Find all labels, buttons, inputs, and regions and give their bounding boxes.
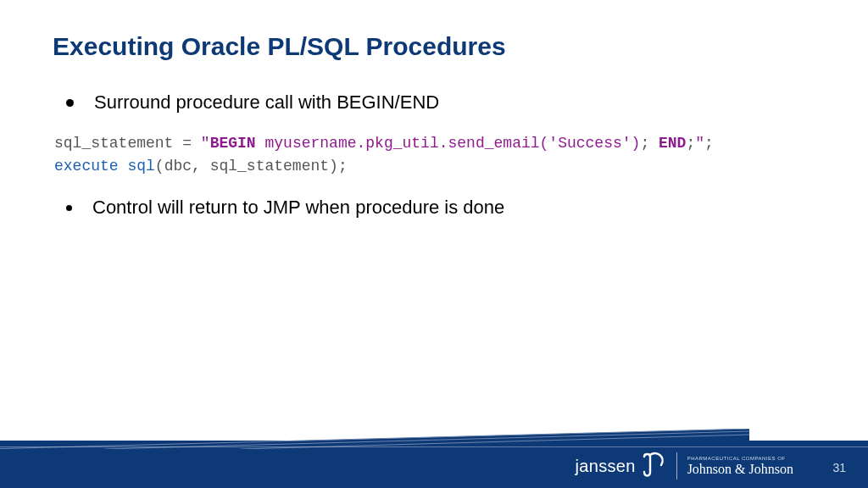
jj-brand: PHARMACEUTICAL COMPANIES OF Johnson & Jo… bbox=[687, 456, 793, 476]
code-token: " bbox=[201, 135, 210, 152]
brand-block: janssen PHARMACEUTICAL COMPANIES OF John… bbox=[576, 449, 793, 483]
code-keyword: END bbox=[659, 135, 686, 152]
code-token: (dbc, sql_statement); bbox=[155, 158, 348, 175]
slide-title: Executing Oracle PL/SQL Procedures bbox=[53, 32, 506, 61]
bullet-marker-icon bbox=[66, 99, 74, 107]
slide: Executing Oracle PL/SQL Procedures Surro… bbox=[0, 0, 868, 488]
code-identifier: execute bbox=[54, 158, 119, 175]
slide-content: Surround procedure call with BEGIN/END s… bbox=[53, 92, 817, 238]
brand-separator bbox=[676, 452, 677, 480]
code-token: ; bbox=[704, 135, 714, 152]
bullet-text: Surround procedure call with BEGIN/END bbox=[94, 92, 439, 114]
footer-separator bbox=[0, 446, 868, 447]
code-token: ('Success') bbox=[540, 135, 641, 152]
bullet-item: Control will return to JMP when procedur… bbox=[53, 197, 817, 219]
code-token: = bbox=[173, 135, 200, 152]
janssen-logo-icon bbox=[641, 452, 666, 480]
bullet-marker-icon bbox=[66, 205, 72, 211]
code-identifier: myusername.pkg_util.send_email bbox=[264, 135, 539, 152]
jj-wordmark: Johnson & Johnson bbox=[687, 463, 793, 476]
janssen-wordmark: janssen bbox=[576, 457, 636, 476]
code-token: ; bbox=[640, 135, 659, 152]
bullet-item: Surround procedure call with BEGIN/END bbox=[53, 92, 817, 114]
code-keyword: BEGIN bbox=[210, 135, 256, 152]
code-token bbox=[119, 158, 128, 175]
code-token: sql_statement bbox=[54, 135, 173, 152]
code-token: ; bbox=[686, 135, 695, 152]
code-identifier: sql bbox=[127, 158, 154, 175]
code-token bbox=[256, 135, 265, 152]
code-token: " bbox=[695, 135, 704, 152]
code-block: sql_statement = "BEGIN myusername.pkg_ut… bbox=[54, 132, 817, 178]
jj-tagline: PHARMACEUTICAL COMPANIES OF bbox=[687, 456, 793, 461]
bullet-text: Control will return to JMP when procedur… bbox=[92, 197, 504, 219]
page-number: 31 bbox=[832, 461, 846, 474]
